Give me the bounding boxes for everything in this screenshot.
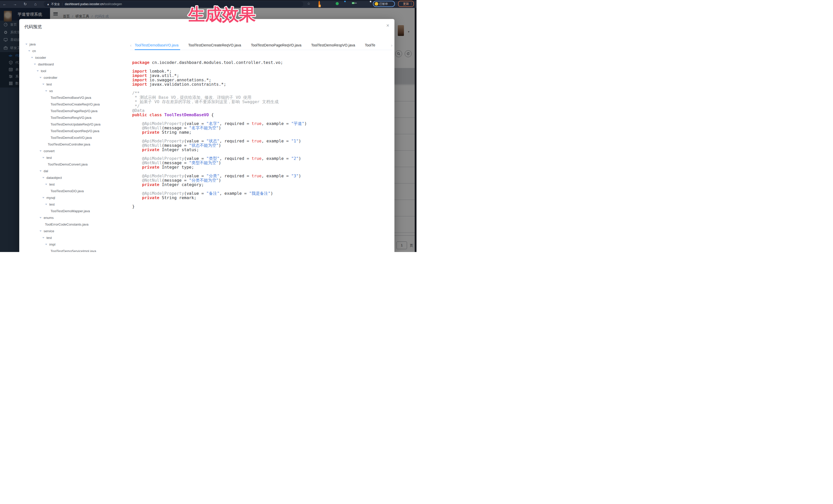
tree-node-label: test: [46, 236, 52, 240]
tree-node-cn[interactable]: cn: [19, 47, 129, 54]
address-bar[interactable]: ▲ 不安全 dashboard.yudao.iocoder.cn/tool/co…: [44, 1, 303, 7]
close-icon[interactable]: ×: [386, 23, 389, 28]
tree-node-ToolTestDemoExcelVO.java[interactable]: ToolTestDemoExcelVO.java: [19, 134, 129, 141]
tab-ToolTestDemoRespVO.java[interactable]: ToolTestDemoRespVO.java: [311, 41, 355, 50]
security-label: 不安全: [51, 2, 60, 6]
tab-ToolTe[interactable]: ToolTe: [365, 41, 375, 50]
browser-chrome: ← → ↻ ⌂ ▲ 不安全 dashboard.yudao.iocoder.cn…: [0, 0, 416, 8]
code-line: /**: [132, 91, 391, 95]
code-line: @ApiModelProperty(value = "类型", required…: [132, 156, 391, 161]
browser-menu-kebab-icon[interactable]: ⋮: [410, 1, 413, 7]
tree-node-label: test: [49, 183, 55, 186]
code-line: [132, 65, 391, 69]
tree-node-test[interactable]: test: [19, 154, 129, 161]
code-line: private String remark;: [132, 195, 391, 200]
tree-node-vo[interactable]: vo: [19, 88, 129, 94]
tree-node-mysql[interactable]: mysql: [19, 194, 129, 201]
code-line: @NotNull(message = "状态不能为空"): [132, 143, 391, 148]
caret-down-icon: [40, 77, 42, 79]
code-line: * 如果子 VO 存在差异的字段，请不要添加到这里，影响 Swagger 文档生…: [132, 100, 391, 104]
caret-down-icon: [40, 170, 42, 173]
extension-list-toggle-icon[interactable]: on: [351, 2, 356, 6]
tree-node-ToolTestDemoPageReqVO.java[interactable]: ToolTestDemoPageReqVO.java: [19, 107, 129, 114]
tree-node-ToolTestDemoCreateReqVO.java[interactable]: ToolTestDemoCreateReqVO.java: [19, 101, 129, 107]
tree-node-test[interactable]: test: [19, 201, 129, 208]
extension-notification-icon[interactable]: 1: [317, 2, 322, 6]
tree-node-enums[interactable]: enums: [19, 214, 129, 221]
caret-down-icon: [42, 197, 44, 199]
tree-node-ToolTestDemoBaseVO.java[interactable]: ToolTestDemoBaseVO.java: [19, 94, 129, 101]
code-line: import lombok.*;: [132, 69, 391, 73]
tree-node-convert[interactable]: convert: [19, 148, 129, 154]
code-view: package cn.iocoder.dashboard.modules.too…: [132, 60, 391, 250]
home-icon[interactable]: ⌂: [32, 1, 39, 7]
tree-node-label: tool: [41, 69, 46, 73]
tree-node-dataobject[interactable]: dataobject: [19, 174, 129, 181]
forward-icon[interactable]: →: [12, 1, 18, 7]
tree-node-label: controller: [44, 76, 57, 79]
tree-node-dashboard[interactable]: dashboard: [19, 61, 129, 68]
tree-node-test[interactable]: test: [19, 81, 129, 88]
tree-node-dal[interactable]: dal: [19, 168, 129, 174]
tree-node-label: ToolTestDemoServiceImpl.java: [51, 249, 96, 252]
extensions-puzzle-icon[interactable]: [366, 2, 371, 6]
code-line: private Integer status;: [132, 148, 391, 152]
caret-down-icon: [42, 83, 44, 86]
tree-node-ToolTestDemoDO.java[interactable]: ToolTestDemoDO.java: [19, 188, 129, 194]
extension-drop-icon[interactable]: [326, 2, 331, 6]
paused-label: 已暂停: [379, 2, 388, 6]
tree-node-impl[interactable]: impl: [19, 241, 129, 248]
code-line: @Data: [132, 108, 391, 113]
tree-node-java[interactable]: java: [19, 41, 129, 47]
bookmark-star-icon[interactable]: ☆: [306, 1, 311, 6]
code-line: [132, 87, 391, 91]
tree-node-ToolTestDemoExportReqVO.java[interactable]: ToolTestDemoExportReqVO.java: [19, 127, 129, 134]
tree-node-ToolTestDemoConvert.java[interactable]: ToolTestDemoConvert.java: [19, 161, 129, 168]
tree-node-ToolErrorCodeConstants.java[interactable]: ToolErrorCodeConstants.java: [19, 221, 129, 227]
tree-node-ToolTestDemoController.java[interactable]: ToolTestDemoController.java: [19, 141, 129, 148]
code-line: @ApiModelProperty(value = "状态", required…: [132, 139, 391, 143]
notification-badge: 1: [318, 5, 321, 7]
reload-icon[interactable]: ↻: [22, 1, 28, 7]
code-line: package cn.iocoder.dashboard.modules.too…: [132, 60, 391, 65]
code-line: private String name;: [132, 130, 391, 135]
tab-ToolTestDemoPageReqVO.java[interactable]: ToolTestDemoPageReqVO.java: [251, 41, 302, 50]
code-line: import io.swagger.annotations.*;: [132, 78, 391, 82]
page-scrollbar[interactable]: [415, 8, 416, 252]
tree-node-ToolTestDemoUpdateReqVO.java[interactable]: ToolTestDemoUpdateReqVO.java: [19, 121, 129, 127]
tree-node-ToolTestDemoRespVO.java[interactable]: ToolTestDemoRespVO.java: [19, 114, 129, 121]
caret-down-icon: [45, 90, 47, 93]
tree-node-controller[interactable]: controller: [19, 74, 129, 81]
tree-node-label: ToolTestDemoExcelVO.java: [51, 136, 92, 140]
tree-node-label: test: [46, 156, 52, 160]
tree-node-service[interactable]: service: [19, 227, 129, 234]
caret-down-icon: [28, 50, 30, 53]
extension-diamond-icon[interactable]: [342, 2, 348, 6]
tabs-scroll-left-icon[interactable]: ‹: [130, 43, 132, 48]
tab-ToolTestDemoCreateReqVO.java[interactable]: ToolTestDemoCreateReqVO.java: [188, 41, 241, 50]
emoji-face-icon: [375, 2, 378, 6]
tree-node-tool[interactable]: tool: [19, 68, 129, 74]
code-line: [132, 152, 391, 156]
file-tabs: ‹ ToolTestDemoBaseVO.javaToolTestDemoCre…: [130, 41, 392, 50]
tree-node-label: impl: [49, 242, 55, 246]
tree-node-ToolTestDemoServiceImpl.java[interactable]: ToolTestDemoServiceImpl.java: [19, 248, 129, 252]
tree-node-ToolTestDemoMapper.java[interactable]: ToolTestDemoMapper.java: [19, 208, 129, 214]
file-tree: javacniocoderdashboardtoolcontrollertest…: [19, 41, 129, 252]
security-warning-icon[interactable]: ▲: [47, 3, 50, 6]
tree-node-label: ToolTestDemoRespVO.java: [51, 116, 91, 120]
tree-node-label: mysql: [46, 196, 55, 200]
tree-node-test[interactable]: test: [19, 181, 129, 188]
caret-down-icon: [45, 204, 47, 206]
tree-node-test[interactable]: test: [19, 234, 129, 241]
tree-node-label: ToolTestDemoExportReqVO.java: [51, 129, 99, 133]
caret-down-icon: [40, 150, 42, 153]
profile-paused-badge[interactable]: 已暂停: [373, 1, 395, 7]
tree-node-label: ToolTestDemoController.java: [48, 142, 90, 146]
tab-ToolTestDemoBaseVO.java[interactable]: ToolTestDemoBaseVO.java: [135, 41, 178, 50]
extension-green-circle-icon[interactable]: [333, 2, 338, 6]
tabs-scroll-right-icon[interactable]: ›: [391, 43, 392, 48]
extension-leaf-icon[interactable]: [359, 2, 364, 6]
tree-node-iocoder[interactable]: iocoder: [19, 54, 129, 61]
back-icon[interactable]: ←: [2, 1, 8, 7]
